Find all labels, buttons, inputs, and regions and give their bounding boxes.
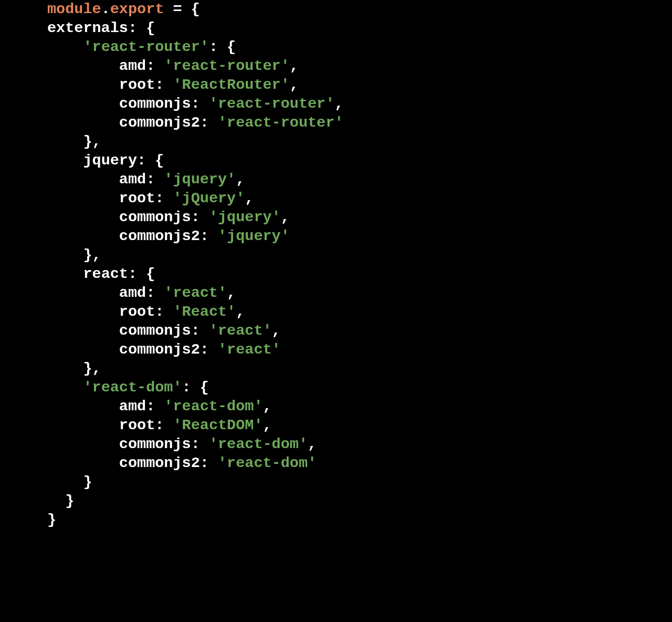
equals: = <box>164 1 191 18</box>
string-value: 'ReactDOM' <box>173 417 262 434</box>
open-brace: { <box>146 19 155 37</box>
key-commonjs2: commonjs2 <box>119 114 200 131</box>
close-brace: } <box>83 473 92 491</box>
open-brace: { <box>146 265 155 283</box>
close-brace: } <box>83 133 92 150</box>
colon: : <box>200 114 218 131</box>
string-value: 'react' <box>164 284 227 302</box>
string-value: 'jquery' <box>209 209 281 226</box>
key-root: root <box>119 190 155 207</box>
close-brace: } <box>83 246 92 264</box>
comma: , <box>263 398 272 415</box>
comma: , <box>92 246 101 264</box>
string-value: 'ReactRouter' <box>173 76 289 94</box>
colon: : <box>191 322 209 339</box>
string-value: 'react-dom' <box>164 398 262 415</box>
close-brace: } <box>65 492 74 510</box>
close-brace: } <box>47 511 56 528</box>
key-commonjs: commonjs <box>119 95 191 112</box>
colon: : <box>155 190 173 207</box>
code-block: module.export = { externals: { 'react-ro… <box>0 0 672 530</box>
comma: , <box>272 322 281 339</box>
key-amd: amd <box>119 284 146 302</box>
open-brace: { <box>191 1 200 18</box>
key-jquery: jquery <box>83 152 137 169</box>
comma: , <box>92 360 101 377</box>
keyword-module: module <box>47 1 101 18</box>
colon: : <box>137 152 155 169</box>
key-commonjs: commonjs <box>119 209 191 226</box>
key-commonjs2: commonjs2 <box>119 454 200 472</box>
colon: : <box>209 38 227 56</box>
open-brace: { <box>227 38 236 56</box>
dot: . <box>101 1 110 18</box>
colon: : <box>128 19 146 37</box>
string-value: 'jquery' <box>218 227 290 245</box>
comma: , <box>236 303 245 320</box>
key-react-dom: 'react-dom' <box>83 379 182 396</box>
comma: , <box>308 436 317 453</box>
key-root: root <box>119 417 155 434</box>
key-commonjs: commonjs <box>119 436 191 453</box>
comma: , <box>245 190 254 207</box>
string-value: 'jQuery' <box>173 190 245 207</box>
key-commonjs: commonjs <box>119 322 191 339</box>
comma: , <box>227 284 236 302</box>
key-react: react <box>83 265 128 283</box>
key-amd: amd <box>119 171 146 188</box>
string-value: 'react-router' <box>209 95 334 112</box>
comma: , <box>290 57 299 75</box>
comma: , <box>236 171 245 188</box>
comma: , <box>290 76 299 94</box>
colon: : <box>182 379 200 396</box>
close-brace: } <box>83 360 92 377</box>
comma: , <box>334 95 343 112</box>
colon: : <box>146 171 164 188</box>
open-brace: { <box>200 379 209 396</box>
comma: , <box>92 133 101 150</box>
key-root: root <box>119 76 155 94</box>
string-value: 'react-dom' <box>209 436 308 453</box>
colon: : <box>200 227 218 245</box>
key-externals: externals <box>47 19 128 37</box>
key-amd: amd <box>119 57 146 75</box>
key-commonjs2: commonjs2 <box>119 341 200 358</box>
colon: : <box>200 454 218 472</box>
string-value: 'react-router' <box>218 114 343 131</box>
colon: : <box>146 398 164 415</box>
colon: : <box>191 436 209 453</box>
string-value: 'react' <box>209 322 272 339</box>
colon: : <box>155 417 173 434</box>
key-commonjs2: commonjs2 <box>119 227 200 245</box>
string-value: 'React' <box>173 303 236 320</box>
colon: : <box>191 209 209 226</box>
colon: : <box>155 76 173 94</box>
string-value: 'react-dom' <box>218 454 317 472</box>
key-root: root <box>119 303 155 320</box>
key-amd: amd <box>119 398 146 415</box>
comma: , <box>281 209 290 226</box>
colon: : <box>191 95 209 112</box>
open-brace: { <box>155 152 164 169</box>
key-react-router: 'react-router' <box>83 38 208 56</box>
colon: : <box>128 265 146 283</box>
colon: : <box>146 284 164 302</box>
colon: : <box>200 341 218 358</box>
colon: : <box>155 303 173 320</box>
string-value: 'jquery' <box>164 171 236 188</box>
string-value: 'react' <box>218 341 281 358</box>
property-export: export <box>110 1 164 18</box>
colon: : <box>146 57 164 75</box>
comma: , <box>263 417 272 434</box>
string-value: 'react-router' <box>164 57 289 75</box>
